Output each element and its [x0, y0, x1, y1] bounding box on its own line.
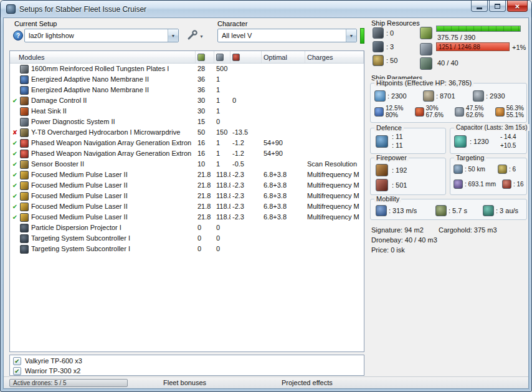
- module-pg-value: 150: [214, 127, 230, 138]
- title-bar[interactable]: Setups for Stabber Fleet Issue Cruiser: [1, 1, 531, 17]
- app-icon: [6, 4, 16, 14]
- drone-label: Warrior TP-300 x2: [25, 367, 80, 375]
- module-optimal-value: 6.8+3.8: [262, 170, 305, 180]
- online-check-icon: ✔: [10, 202, 20, 212]
- powergrid-column-header[interactable]: [214, 51, 230, 63]
- volley-icon: [376, 179, 388, 191]
- firepower-group: Firepower : 192 : 501: [370, 158, 446, 195]
- minimize-button[interactable]: [471, 1, 488, 12]
- module-row[interactable]: ✔Focused Medium Pulse Laser II21.8118.8-…: [10, 180, 364, 191]
- online-check-icon: ✔: [10, 170, 20, 180]
- turret-hardpoints-value: : 0: [386, 29, 394, 37]
- close-button[interactable]: [507, 1, 528, 12]
- module-pg-value: 1: [214, 74, 230, 85]
- character-select[interactable]: All level V: [217, 29, 357, 42]
- shield-hp-value: : 2300: [387, 92, 407, 100]
- module-cap-value: -13.5: [230, 127, 262, 138]
- rig-icon: [20, 224, 29, 232]
- module-pg-value: 1: [214, 95, 230, 106]
- setup-tools-button[interactable]: [186, 29, 209, 42]
- module-name: Damage Control II: [31, 95, 196, 106]
- shield-icon: [374, 90, 386, 102]
- module-optimal-value: 54+90: [262, 148, 305, 159]
- module-pg-value: 118.8: [214, 201, 230, 212]
- module-row[interactable]: Energized Adaptive Nano Membrane II361: [10, 85, 364, 95]
- window-title: Setups for Stabber Fleet Issue Cruiser: [19, 5, 471, 14]
- modules-panel: Modules Optimal Charges 1600mm Reinforce…: [9, 50, 364, 352]
- active-drones-bar: Active drones: 5 / 5: [9, 379, 128, 387]
- mobility-group: Mobility : 313 m/s : 5.7 s : 3 au/s: [370, 199, 527, 220]
- module-cpu-value: 0: [196, 222, 214, 233]
- optimal-column-header[interactable]: Optimal: [262, 51, 305, 63]
- drone-row[interactable]: ✔Warrior TP-300 x2: [10, 366, 364, 376]
- ship-stats-panel: Ship Resources : 0 : 3 : 50 375.75 / 390…: [368, 18, 530, 390]
- armor-icon: [423, 90, 434, 102]
- explosive-resist-icon: [495, 107, 505, 117]
- module-row[interactable]: Heat Sink II301: [10, 106, 364, 117]
- help-icon[interactable]: [13, 31, 23, 41]
- module-row[interactable]: 1600mm Reinforced Rolled Tungsten Plates…: [10, 64, 364, 74]
- module-row[interactable]: Targeting System Subcontroller I00: [10, 233, 364, 244]
- module-cpu-value: 21.8: [196, 212, 214, 222]
- setup-dropdown-arrow-icon[interactable]: [168, 29, 178, 42]
- module-row[interactable]: ✔Phased Weapon Navigation Array Generati…: [10, 138, 364, 148]
- module-pg-value: 118.8: [214, 191, 230, 201]
- damage-control-icon: [20, 97, 29, 105]
- dronebay-usage-value: 40 / 40: [437, 59, 458, 67]
- module-row[interactable]: ✔Focused Medium Pulse Laser II21.8118.8-…: [10, 191, 364, 201]
- maximize-button[interactable]: [489, 1, 506, 12]
- rig-icon: [20, 245, 29, 254]
- module-row[interactable]: ✔Damage Control II3010: [10, 95, 364, 106]
- online-check-icon: ✔: [10, 181, 20, 191]
- module-cpu-value: 21.8: [196, 191, 214, 201]
- module-charge-value: Multifrequency M: [305, 191, 364, 201]
- armor-resist-value: 67.6%: [426, 112, 444, 118]
- online-check-icon: ✔: [10, 149, 20, 159]
- window-content: Current Setup laz0r lightshow Character …: [3, 17, 529, 389]
- drone-checkbox[interactable]: ✔: [13, 367, 21, 375]
- module-row[interactable]: ✘Y-T8 Overcharged Hydrocarbon I Microwar…: [10, 127, 364, 138]
- module-row[interactable]: ✔Focused Medium Pulse Laser II21.8118.8-…: [10, 212, 364, 222]
- setup-select[interactable]: laz0r lightshow: [24, 29, 179, 42]
- module-row[interactable]: ✔Sensor Booster II101-0.5Scan Resolution: [10, 159, 364, 170]
- optimal-column-label: Optimal: [264, 54, 287, 61]
- module-cap-value: -2.3: [230, 180, 262, 191]
- tools-icon: [187, 29, 198, 42]
- powergrid-over-value: +1%: [512, 44, 526, 51]
- calibration-icon: [373, 55, 384, 66]
- modules-table-header: Modules Optimal Charges: [10, 51, 364, 64]
- drone-row[interactable]: ✔Valkyrie TP-600 x3: [10, 356, 364, 366]
- heat-sink-icon: [20, 107, 29, 116]
- cpu-column-header[interactable]: [196, 51, 214, 63]
- warp-speed-icon: [483, 205, 494, 216]
- module-pg-value: 1: [214, 85, 230, 95]
- online-check-icon: ✔: [10, 191, 20, 201]
- module-row[interactable]: Targeting System Subcontroller I00: [10, 244, 364, 254]
- module-charge-value: Multifrequency M: [305, 201, 364, 212]
- armor-plate-icon: [20, 65, 29, 74]
- modules-column-header[interactable]: Modules: [10, 51, 196, 63]
- character-dropdown-arrow-icon[interactable]: [346, 29, 356, 42]
- module-name: Focused Medium Pulse Laser II: [31, 180, 196, 191]
- shield-resist-value: 30%: [426, 105, 444, 112]
- power-diagnostic-icon: [20, 118, 29, 127]
- module-row[interactable]: ✔Phased Weapon Navigation Array Generati…: [10, 148, 364, 159]
- capacitor-column-header[interactable]: [230, 51, 262, 63]
- module-row[interactable]: ✔Focused Medium Pulse Laser II21.8118.8-…: [10, 170, 364, 180]
- module-name: Energized Adaptive Nano Membrane II: [31, 85, 196, 95]
- module-row[interactable]: ✔Focused Medium Pulse Laser II21.8118.8-…: [10, 201, 364, 212]
- powergrid-usage-bar: 1251 / 1246.88: [436, 42, 510, 51]
- module-row[interactable]: Power Diagnostic System II150: [10, 117, 364, 127]
- drones-panel: ✔Valkyrie TP-600 x3✔Warrior TP-300 x2: [9, 355, 364, 376]
- module-name: Phased Weapon Navigation Array Generatio…: [31, 138, 196, 148]
- drone-checkbox[interactable]: ✔: [13, 357, 21, 365]
- charges-column-header[interactable]: Charges: [305, 51, 364, 63]
- module-row[interactable]: Energized Adaptive Nano Membrane II361: [10, 74, 364, 85]
- online-check-icon: ✔: [10, 138, 20, 148]
- module-row[interactable]: Particle Dispersion Projector I00: [10, 222, 364, 233]
- defence-value-1: : 11: [392, 133, 403, 140]
- module-optimal-value: 6.8+3.8: [262, 180, 305, 191]
- thermal-resist-icon: [415, 107, 424, 117]
- module-optimal-value: 6.8+3.8: [262, 212, 305, 222]
- dronebay-value: Dronebay: 40 / 40 m3: [371, 236, 437, 244]
